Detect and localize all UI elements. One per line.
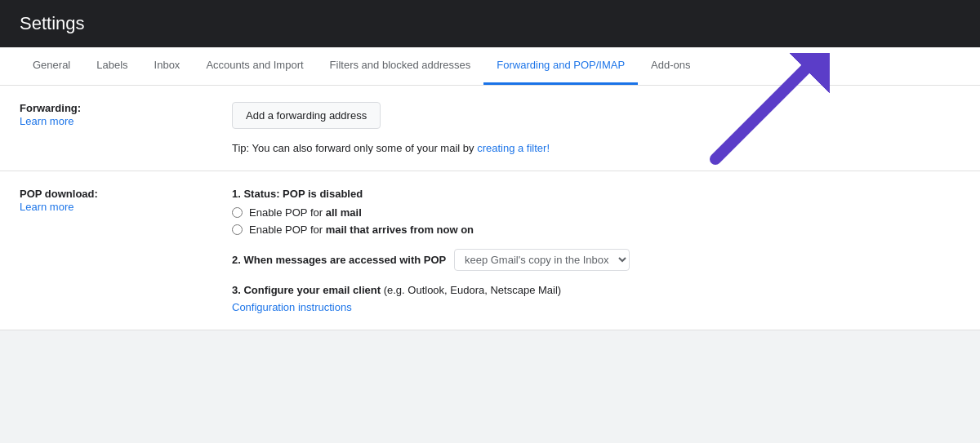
tab-labels[interactable]: Labels	[83, 47, 140, 85]
forwarding-section: Forwarding: Learn more Add a forwarding …	[0, 86, 980, 171]
tab-accounts[interactable]: Accounts and Import	[193, 47, 316, 85]
forwarding-tip: Tip: You can also forward only some of y…	[232, 142, 960, 154]
pop-status-area: 1. Status: POP is disabled Enable POP fo…	[232, 188, 960, 236]
configuration-instructions-link[interactable]: Configuration instructions	[232, 301, 960, 313]
pop-title: POP download:	[20, 188, 216, 200]
option1-prefix: Enable POP for	[249, 206, 326, 219]
pop-label-area: POP download: Learn more	[20, 188, 232, 313]
pop-section2-title: 2. When messages are accessed with POP	[232, 254, 446, 266]
tab-forwarding[interactable]: Forwarding and POP/IMAP	[483, 47, 638, 85]
tabs-bar: General Labels Inbox Accounts and Import…	[0, 47, 980, 86]
configure-client-suffix: (e.g. Outlook, Eudora, Netscape Mail)	[381, 284, 561, 296]
add-forwarding-button[interactable]: Add a forwarding address	[232, 102, 381, 129]
pop-section-3: 3. Configure your email client (e.g. Out…	[232, 284, 960, 313]
configure-client-bold: 3. Configure your email client	[232, 284, 381, 296]
tab-addons[interactable]: Add-ons	[638, 47, 703, 85]
pop-all-mail-radio[interactable]	[232, 207, 243, 218]
option2-prefix: Enable POP for	[249, 224, 326, 236]
pop-section-2: 2. When messages are accessed with POP k…	[232, 249, 960, 271]
settings-content: Forwarding: Learn more Add a forwarding …	[0, 86, 980, 330]
option1-bold: all mail	[326, 206, 362, 219]
pop-option-all-mail: Enable POP for all mail	[232, 206, 960, 219]
pop-from-now-radio[interactable]	[232, 224, 243, 235]
forwarding-title: Forwarding:	[20, 102, 216, 114]
option2-bold: mail that arrives from now on	[326, 224, 474, 236]
pop-learn-more[interactable]: Learn more	[20, 201, 74, 213]
header: Settings	[0, 0, 980, 47]
pop-action-select[interactable]: keep Gmail's copy in the Inbox	[454, 249, 630, 271]
pop-option-from-now: Enable POP for mail that arrives from no…	[232, 224, 960, 236]
tip-text-prefix: Tip: You can also forward only some of y…	[232, 142, 477, 154]
forwarding-label-area: Forwarding: Learn more	[20, 102, 232, 154]
pop-option2-text: Enable POP for mail that arrives from no…	[249, 224, 474, 236]
forwarding-learn-more[interactable]: Learn more	[20, 115, 74, 127]
pop-download-section: POP download: Learn more 1. Status: POP …	[0, 171, 980, 330]
creating-filter-link[interactable]: creating a filter!	[477, 142, 550, 154]
page-title: Settings	[0, 0, 980, 47]
configure-client-text: 3. Configure your email client (e.g. Out…	[232, 284, 561, 296]
pop-option1-text: Enable POP for all mail	[249, 206, 362, 219]
pop-content: 1. Status: POP is disabled Enable POP fo…	[232, 188, 960, 313]
pop-status-title: 1. Status: POP is disabled	[232, 188, 960, 200]
tab-filters[interactable]: Filters and blocked addresses	[317, 47, 484, 85]
tab-general[interactable]: General	[20, 47, 83, 85]
forwarding-content: Add a forwarding address Tip: You can al…	[232, 102, 960, 154]
tab-inbox[interactable]: Inbox	[141, 47, 194, 85]
